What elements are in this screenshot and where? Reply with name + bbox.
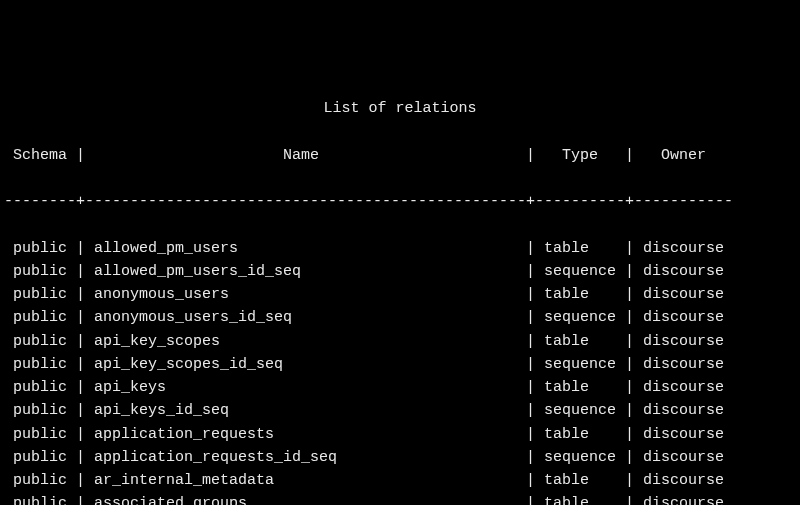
table-row: public | api_key_scopes | table | discou… [4,330,796,353]
table-row: public | application_requests_id_seq | s… [4,446,796,469]
table-body: public | allowed_pm_users | table | disc… [4,237,796,506]
table-row: public | application_requests | table | … [4,423,796,446]
separator-row: --------+-------------------------------… [4,190,796,213]
table-row: public | allowed_pm_users_id_seq | seque… [4,260,796,283]
table-row: public | api_keys | table | discourse [4,376,796,399]
table-row: public | anonymous_users_id_seq | sequen… [4,306,796,329]
table-row: public | allowed_pm_users | table | disc… [4,237,796,260]
table-row: public | ar_internal_metadata | table | … [4,469,796,492]
table-row: public | api_keys_id_seq | sequence | di… [4,399,796,422]
table-row: public | associated_groups | table | dis… [4,492,796,505]
header-row: Schema | Name | Type | Owner [4,144,796,167]
table-row: public | anonymous_users | table | disco… [4,283,796,306]
table-row: public | api_key_scopes_id_seq | sequenc… [4,353,796,376]
table-title: List of relations [4,97,796,120]
